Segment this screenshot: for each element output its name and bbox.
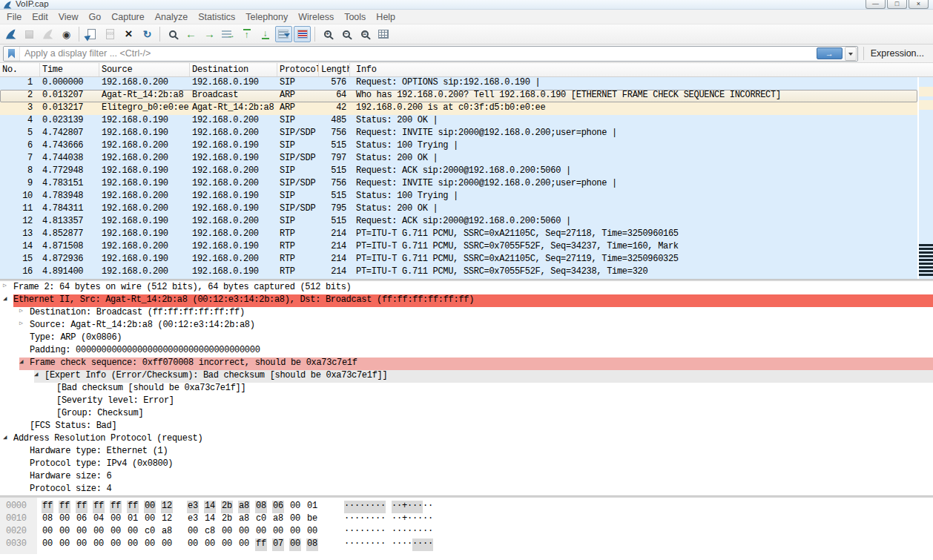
menu-go[interactable]: Go xyxy=(84,12,107,22)
zoom-out-button[interactable]: − xyxy=(337,26,355,42)
filter-bookmark-button[interactable] xyxy=(4,47,20,61)
packet-row-7[interactable]: 74.744038192.168.0.200192.168.0.190SIP/S… xyxy=(0,153,917,165)
packet-row-13[interactable]: 134.852877192.168.0.190192.168.0.200RTP2… xyxy=(0,228,917,241)
menu-view[interactable]: View xyxy=(53,12,84,22)
detail-line-13[interactable]: Hardware type: Ethernet (1) xyxy=(0,446,933,458)
detail-line-2[interactable]: ▷Destination: Broadcast (ff:ff:ff:ff:ff:… xyxy=(0,307,933,320)
colorize-packets-button[interactable] xyxy=(294,26,311,42)
resize-columns-button[interactable] xyxy=(375,26,392,42)
packet-row-11[interactable]: 114.784311192.168.0.200192.168.0.190SIP/… xyxy=(0,203,917,216)
cell-no: 8 xyxy=(0,165,40,178)
capture-options-button[interactable]: ◉ xyxy=(58,26,75,42)
menu-edit[interactable]: Edit xyxy=(27,12,53,22)
go-forward-button[interactable]: → xyxy=(201,26,218,42)
detail-line-16[interactable]: Protocol size: 4 xyxy=(0,484,933,495)
detail-line-8[interactable]: [Bad checksum [should be 0xa73c7e1f]] xyxy=(0,383,933,395)
cell-proto: SIP xyxy=(277,216,319,228)
cell-dst: 192.168.0.190 xyxy=(190,77,277,90)
menu-analyze[interactable]: Analyze xyxy=(150,12,193,22)
detail-line-14[interactable]: Protocol type: IPv4 (0x0800) xyxy=(0,458,933,471)
detail-line-3[interactable]: ▷Source: Agat-Rt_14:2b:a8 (00:12:e3:14:2… xyxy=(0,320,933,332)
detail-line-7[interactable]: ◢[Expert Info (Error/Checksum): Bad chec… xyxy=(0,370,933,383)
expanded-arrow-icon[interactable]: ◢ xyxy=(19,358,30,370)
column-header-length[interactable]: Length xyxy=(319,63,350,76)
close-file-button[interactable]: × xyxy=(120,26,137,42)
reload-file-button[interactable]: ↻ xyxy=(139,26,156,42)
hex-row-0020[interactable]: 0020000000000000c0a800c8000000000000····… xyxy=(0,526,933,538)
packet-row-12[interactable]: 124.813357192.168.0.190192.168.0.200SIP5… xyxy=(0,216,917,228)
expanded-arrow-icon[interactable]: ◢ xyxy=(34,370,44,383)
column-header-destination[interactable]: Destination xyxy=(190,63,277,76)
collapsed-arrow-icon[interactable]: ▷ xyxy=(19,307,30,320)
detail-line-15[interactable]: Hardware size: 6 xyxy=(0,471,933,484)
hex-row-0000[interactable]: 0000ffffffffffff0012e3142ba808060001····… xyxy=(0,501,933,513)
zoom-original-button[interactable]: = xyxy=(356,26,373,42)
go-to-packet-button[interactable]: → xyxy=(220,26,237,42)
filter-dropdown-button[interactable] xyxy=(845,47,857,61)
packet-row-10[interactable]: 104.783948192.168.0.200192.168.0.190SIP5… xyxy=(0,191,917,203)
collapsed-arrow-icon[interactable]: ▷ xyxy=(19,320,30,332)
open-file-button[interactable] xyxy=(83,26,100,42)
expanded-arrow-icon[interactable]: ◢ xyxy=(3,294,13,307)
menu-capture[interactable]: Capture xyxy=(106,12,149,22)
hex-byte: 00 xyxy=(59,513,70,526)
packet-list-scrollbar[interactable] xyxy=(918,77,933,279)
filter-apply-button[interactable]: → xyxy=(817,47,843,59)
expanded-arrow-icon[interactable]: ◢ xyxy=(3,433,13,446)
packet-row-16[interactable]: 164.891400192.168.0.200192.168.0.190RTP2… xyxy=(0,266,917,279)
detail-line-1[interactable]: ◢Ethernet II, Src: Agat-Rt_14:2b:a8 (00:… xyxy=(0,294,933,307)
packet-row-6[interactable]: 64.743666192.168.0.200192.168.0.190SIP51… xyxy=(0,140,917,153)
start-capture-button[interactable] xyxy=(2,26,19,42)
menu-help[interactable]: Help xyxy=(371,12,400,22)
packet-row-3[interactable]: 30.013217Elitegro_b0:e0:eeAgat-Rt_14:2b:… xyxy=(0,102,917,115)
go-back-button[interactable]: ← xyxy=(182,26,200,42)
auto-scroll-button[interactable] xyxy=(275,26,292,42)
detail-line-10[interactable]: [Group: Checksum] xyxy=(0,408,933,421)
detail-line-6[interactable]: ◢Frame check sequence: 0xff070008 incorr… xyxy=(0,358,933,370)
packet-row-1[interactable]: 10.000000192.168.0.200192.168.0.190SIP57… xyxy=(0,77,917,90)
packet-row-4[interactable]: 40.023139192.168.0.190192.168.0.200SIP48… xyxy=(0,115,917,128)
zoom-in-button[interactable]: + xyxy=(319,26,336,42)
go-first-packet-button[interactable]: ↑ xyxy=(238,26,255,42)
collapsed-arrow-icon[interactable]: ▷ xyxy=(3,282,13,294)
save-file-button[interactable]: 010 xyxy=(102,26,119,42)
restore-button[interactable]: □ xyxy=(887,0,907,9)
menu-tools[interactable]: Tools xyxy=(339,12,371,22)
menu-file[interactable]: File xyxy=(1,12,27,22)
display-filter-input[interactable]: Apply a display filter ... <Ctrl-/> → xyxy=(3,46,858,62)
hex-byte: a8 xyxy=(161,526,173,538)
packet-row-15[interactable]: 154.872936192.168.0.190192.168.0.200RTP2… xyxy=(0,254,917,266)
stop-capture-button[interactable] xyxy=(21,26,38,42)
packet-row-5[interactable]: 54.742807192.168.0.190192.168.0.200SIP/S… xyxy=(0,128,917,140)
column-header-no[interactable]: No. xyxy=(0,63,40,76)
column-header-source[interactable]: Source xyxy=(99,63,190,76)
cell-dst: Agat-Rt_14:2b:a8 xyxy=(190,102,277,115)
hex-row-0030[interactable]: 0030000000000000000000000000ff070008····… xyxy=(0,538,933,551)
find-packet-button[interactable] xyxy=(164,26,181,42)
menu-statistics[interactable]: Statistics xyxy=(193,12,240,22)
minimize-button[interactable]: — xyxy=(866,0,886,9)
detail-line-0[interactable]: ▷Frame 2: 64 bytes on wire (512 bits), 6… xyxy=(0,282,933,294)
column-header-protocol[interactable]: Protocol xyxy=(277,63,319,76)
packet-row-14[interactable]: 144.871508192.168.0.200192.168.0.190RTP2… xyxy=(0,241,917,254)
column-header-info[interactable]: Info xyxy=(350,63,933,76)
packet-row-9[interactable]: 94.783151192.168.0.190192.168.0.200SIP/S… xyxy=(0,178,917,191)
column-header-time[interactable]: Time xyxy=(40,63,99,76)
packet-row-2[interactable]: 20.013207Agat-Rt_14:2b:a8BroadcastARP64W… xyxy=(0,90,917,102)
go-last-packet-button[interactable]: ↓ xyxy=(257,26,274,42)
close-button[interactable]: × xyxy=(909,0,929,9)
expression-button[interactable]: Expression... xyxy=(869,48,927,59)
detail-line-5[interactable]: Padding: 0000000000000000000000000000000… xyxy=(0,345,933,358)
detail-line-11[interactable]: [FCS Status: Bad] xyxy=(0,421,933,433)
detail-line-9[interactable]: [Severity level: Error] xyxy=(0,395,933,408)
hex-byte: 00 xyxy=(289,513,301,526)
restart-capture-button[interactable] xyxy=(39,26,56,42)
detail-line-4[interactable]: Type: ARP (0x0806) xyxy=(0,332,933,345)
arrow-spacer xyxy=(19,484,30,495)
packet-row-8[interactable]: 84.772948192.168.0.190192.168.0.200SIP51… xyxy=(0,165,917,178)
menu-telephony[interactable]: Telephony xyxy=(240,12,293,22)
menu-wireless[interactable]: Wireless xyxy=(293,12,339,22)
cell-src: 192.168.0.190 xyxy=(99,228,190,241)
detail-line-12[interactable]: ◢Address Resolution Protocol (request) xyxy=(0,433,933,446)
hex-row-0010[interactable]: 00100800060400010012e3142ba8c0a800be····… xyxy=(0,513,933,526)
